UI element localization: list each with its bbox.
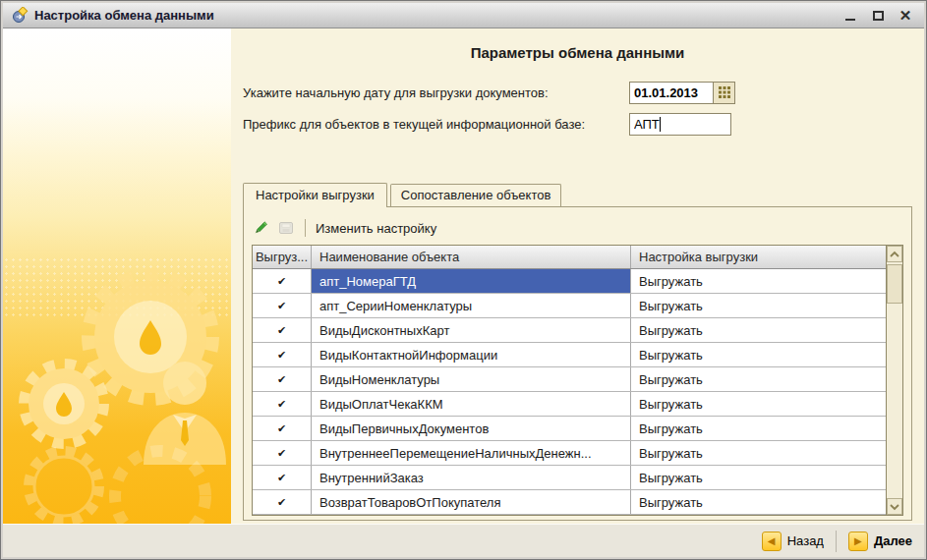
row-export-checkmark-cell[interactable]: ✔ bbox=[253, 343, 312, 366]
row-export-setting-cell[interactable]: Выгружать bbox=[631, 269, 886, 293]
calendar-grid-icon bbox=[719, 86, 730, 98]
row-export-setting-cell[interactable]: Выгружать bbox=[631, 392, 886, 416]
row-export-setting-cell[interactable]: Выгружать bbox=[631, 343, 886, 366]
start-date-row: Укажите начальную дату для выгрузки доку… bbox=[243, 80, 912, 105]
row-export-setting-cell[interactable]: Выгружать bbox=[631, 490, 886, 514]
tab-export-settings[interactable]: Настройки выгрузки bbox=[243, 183, 387, 207]
table-toolbar: Изменить настройку bbox=[252, 213, 903, 243]
close-button[interactable]: ✕ bbox=[898, 9, 912, 23]
text-caret bbox=[660, 117, 661, 132]
back-button-label: Назад bbox=[787, 533, 824, 548]
maximize-button[interactable] bbox=[871, 9, 885, 23]
wizard-sidebar-artwork bbox=[3, 28, 231, 524]
table-row[interactable]: ✔апт_СерииНоменклатурыВыгружать bbox=[253, 294, 886, 318]
calendar-button[interactable] bbox=[714, 82, 735, 104]
prefix-label: Префикс для объектов в текущей информаци… bbox=[243, 117, 629, 132]
row-object-name-cell[interactable]: апт_НомераГТД bbox=[312, 269, 631, 293]
window-frame: Настройка обмена данными ✕ bbox=[1, 1, 926, 559]
back-button[interactable]: ◀ Назад bbox=[762, 532, 824, 551]
row-export-setting-cell[interactable]: Выгружать bbox=[631, 367, 886, 391]
row-export-checkmark-cell[interactable]: ✔ bbox=[253, 490, 312, 514]
prefix-input[interactable] bbox=[629, 113, 731, 136]
prefix-row: Префикс для объектов в текущей информаци… bbox=[243, 111, 912, 137]
scroll-up-button[interactable] bbox=[887, 246, 902, 262]
table-row[interactable]: ✔ВидыНоменклатурыВыгружать bbox=[253, 367, 886, 392]
disabled-settings-icon bbox=[277, 219, 295, 237]
row-object-name-cell[interactable]: ВидыПервичныхДокументов bbox=[312, 417, 631, 440]
table-row[interactable]: ✔ВидыОплатЧекаККМВыгружать bbox=[253, 392, 886, 417]
row-export-checkmark-cell[interactable]: ✔ bbox=[253, 294, 312, 317]
table-row[interactable]: ✔ВнутреннееПеремещениеНаличныхДенежн...В… bbox=[253, 441, 886, 466]
column-header-export-setting: Настройка выгрузки bbox=[631, 246, 886, 268]
next-button-label: Далее bbox=[874, 533, 912, 548]
row-export-checkmark-cell[interactable]: ✔ bbox=[253, 392, 312, 416]
export-settings-panel: Изменить настройку Выгруз... Наименовани… bbox=[243, 206, 912, 521]
vertical-scrollbar[interactable] bbox=[886, 246, 902, 515]
chevron-up-icon bbox=[889, 251, 900, 258]
wizard-footer: ◀ Назад ▶ Далее bbox=[3, 524, 924, 557]
footer-separator bbox=[836, 531, 837, 552]
scroll-down-button[interactable] bbox=[887, 498, 902, 515]
next-button[interactable]: ▶ Далее bbox=[848, 532, 912, 551]
row-export-setting-cell[interactable]: Выгружать bbox=[631, 466, 886, 489]
tab-object-mapping[interactable]: Сопоставление объектов bbox=[390, 184, 562, 206]
row-export-setting-cell[interactable]: Выгружать bbox=[631, 318, 886, 342]
dialog-window: Настройка обмена данными ✕ bbox=[0, 0, 927, 560]
row-object-name-cell[interactable]: апт_СерииНоменклатуры bbox=[312, 294, 631, 317]
row-export-checkmark-cell[interactable]: ✔ bbox=[253, 466, 312, 489]
row-object-name-cell[interactable]: ВнутреннийЗаказ bbox=[312, 466, 631, 489]
row-object-name-cell[interactable]: ВидыКонтактнойИнформации bbox=[312, 343, 631, 366]
wizard-main-pane: Параметры обмена данными Укажите начальн… bbox=[231, 28, 924, 524]
scrollbar-thumb[interactable] bbox=[887, 264, 902, 304]
data-exchange-app-icon bbox=[11, 7, 29, 25]
next-arrow-icon: ▶ bbox=[848, 532, 868, 551]
column-header-export: Выгруз... bbox=[253, 246, 312, 268]
row-export-setting-cell[interactable]: Выгружать bbox=[631, 294, 886, 317]
start-date-label: Укажите начальную дату для выгрузки доку… bbox=[243, 85, 629, 100]
toolbar-separator bbox=[305, 219, 306, 237]
table-row[interactable]: ✔ВидыДисконтныхКартВыгружать bbox=[253, 318, 886, 343]
table-row[interactable]: ✔ВозвратТоваровОтПокупателяВыгружать bbox=[253, 490, 886, 515]
chevron-down-icon bbox=[889, 503, 900, 511]
row-object-name-cell[interactable]: ВидыОплатЧекаККМ bbox=[312, 392, 631, 416]
row-export-checkmark-cell[interactable]: ✔ bbox=[253, 441, 312, 465]
tab-bar: Настройки выгрузки Сопоставление объекто… bbox=[243, 182, 912, 206]
row-export-setting-cell[interactable]: Выгружать bbox=[631, 417, 886, 440]
edit-pencil-icon[interactable] bbox=[252, 219, 269, 237]
back-arrow-icon: ◀ bbox=[762, 532, 782, 551]
row-object-name-cell[interactable]: ВидыНоменклатуры bbox=[312, 367, 631, 391]
row-export-setting-cell[interactable]: Выгружать bbox=[631, 441, 886, 465]
row-object-name-cell[interactable]: ВозвратТоваровОтПокупателя bbox=[312, 490, 631, 514]
table-row[interactable]: ✔апт_НомераГТДВыгружать bbox=[253, 269, 886, 294]
start-date-input[interactable] bbox=[629, 82, 714, 104]
objects-table: Выгруз... Наименование объекта Настройка… bbox=[252, 245, 903, 516]
row-export-checkmark-cell[interactable]: ✔ bbox=[253, 367, 312, 391]
row-export-checkmark-cell[interactable]: ✔ bbox=[253, 417, 312, 440]
table-body: ✔апт_НомераГТДВыгружать✔апт_СерииНоменкл… bbox=[253, 269, 902, 515]
row-export-checkmark-cell[interactable]: ✔ bbox=[253, 269, 312, 293]
table-row[interactable]: ✔ВнутреннийЗаказВыгружать bbox=[253, 466, 886, 490]
table-header-row: Выгруз... Наименование объекта Настройка… bbox=[253, 246, 886, 269]
table-row[interactable]: ✔ВидыКонтактнойИнформацииВыгружать bbox=[253, 343, 886, 367]
page-title: Параметры обмена данными bbox=[243, 44, 912, 64]
change-setting-button[interactable]: Изменить настройку bbox=[316, 221, 436, 236]
titlebar[interactable]: Настройка обмена данными ✕ bbox=[3, 3, 924, 28]
column-header-object-name: Наименование объекта bbox=[312, 246, 631, 268]
minimize-button[interactable] bbox=[843, 9, 857, 23]
gears-person-illustration bbox=[3, 229, 231, 524]
table-row[interactable]: ✔ВидыПервичныхДокументовВыгружать bbox=[253, 417, 886, 441]
row-object-name-cell[interactable]: ВнутреннееПеремещениеНаличныхДенежн... bbox=[312, 441, 631, 465]
row-object-name-cell[interactable]: ВидыДисконтныхКарт bbox=[312, 318, 631, 342]
window-title: Настройка обмена данными bbox=[34, 8, 843, 23]
row-export-checkmark-cell[interactable]: ✔ bbox=[253, 318, 312, 342]
